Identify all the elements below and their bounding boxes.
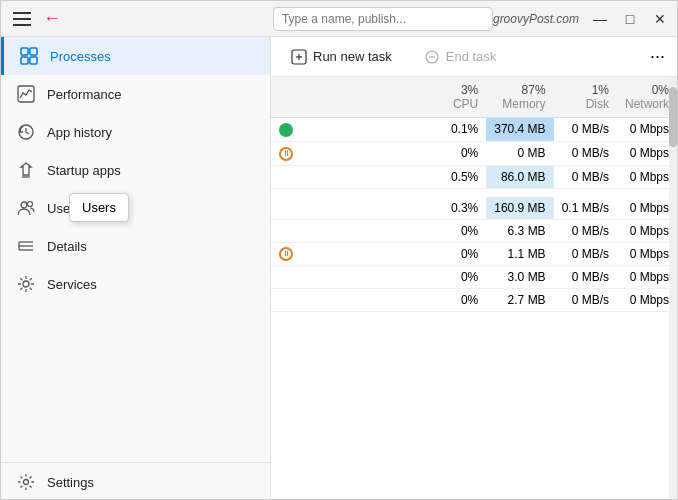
- sidebar-item-performance[interactable]: Performance: [1, 75, 270, 113]
- memory-cell: 1.1 MB: [486, 242, 553, 266]
- disk-cell: 0 MB/s: [554, 118, 617, 142]
- run-new-task-button[interactable]: Run new task: [283, 45, 400, 69]
- disk-cell: 0 MB/s: [554, 141, 617, 165]
- process-name-cell: [271, 165, 443, 188]
- table-row[interactable]: 0% 2.7 MB 0 MB/s 0 Mbps: [271, 289, 677, 312]
- process-name-cell: [271, 289, 443, 312]
- sidebar-item-app-history[interactable]: App history: [1, 113, 270, 151]
- cpu-cell: 0%: [443, 266, 486, 289]
- network-cell: 0 Mbps: [617, 266, 677, 289]
- table-body: 0.1% 370.4 MB 0 MB/s 0 Mbps ⏸ 0% 0 MB 0 …: [271, 118, 677, 312]
- brand-text: groovyPost.com: [493, 12, 579, 26]
- end-task-button[interactable]: End task: [416, 45, 505, 69]
- table-row[interactable]: 0% 6.3 MB 0 MB/s 0 Mbps: [271, 219, 677, 242]
- cpu-percent: 3%: [451, 83, 478, 97]
- services-icon: [17, 275, 35, 293]
- processes-table: 3% CPU 87% Memory 1% Disk 0%: [271, 77, 677, 312]
- app-history-label: App history: [47, 125, 112, 140]
- sidebar-item-processes[interactable]: Processes: [1, 37, 270, 75]
- network-column-header[interactable]: 0% Network: [617, 77, 677, 118]
- disk-cell: 0 MB/s: [554, 289, 617, 312]
- toolbar: Run new task End task ···: [271, 37, 677, 77]
- network-cell: 0 Mbps: [617, 219, 677, 242]
- title-bar-center: [273, 7, 493, 31]
- title-bar: ← groovyPost.com — □ ✕: [1, 1, 677, 37]
- cpu-cell: 0.3%: [443, 197, 486, 220]
- end-task-label: End task: [446, 49, 497, 64]
- table-row[interactable]: [271, 188, 677, 197]
- sidebar-item-settings[interactable]: Settings: [1, 462, 270, 500]
- users-icon: [17, 199, 35, 217]
- run-new-task-label: Run new task: [313, 49, 392, 64]
- processes-table-wrapper[interactable]: 3% CPU 87% Memory 1% Disk 0%: [271, 77, 677, 500]
- table-row[interactable]: ⏸ 0% 1.1 MB 0 MB/s 0 Mbps: [271, 242, 677, 266]
- processes-label: Processes: [50, 49, 111, 64]
- disk-column-header[interactable]: 1% Disk: [554, 77, 617, 118]
- main-layout: Processes Performance App history: [1, 37, 677, 500]
- startup-apps-icon: [17, 161, 35, 179]
- network-percent: 0%: [625, 83, 669, 97]
- svg-point-8: [28, 202, 33, 207]
- table-row[interactable]: ⏸ 0% 0 MB 0 MB/s 0 Mbps: [271, 141, 677, 165]
- arrow-icon: ←: [43, 8, 61, 29]
- disk-percent: 1%: [562, 83, 609, 97]
- svg-rect-0: [21, 48, 28, 55]
- app-history-icon: [17, 123, 35, 141]
- sidebar-item-users[interactable]: Users Users: [1, 189, 270, 227]
- network-label: Network: [625, 97, 669, 111]
- memory-label: Memory: [494, 97, 545, 111]
- table-row[interactable]: 0.3% 160.9 MB 0.1 MB/s 0 Mbps: [271, 197, 677, 220]
- svg-point-14: [24, 480, 29, 485]
- search-input[interactable]: [273, 7, 493, 31]
- scrollbar-thumb[interactable]: [669, 87, 677, 147]
- disk-cell: 0 MB/s: [554, 219, 617, 242]
- svg-point-13: [23, 281, 29, 287]
- minimize-button[interactable]: —: [591, 11, 609, 27]
- table-header-row: 3% CPU 87% Memory 1% Disk 0%: [271, 77, 677, 118]
- network-cell: 0 Mbps: [617, 141, 677, 165]
- more-options-button[interactable]: ···: [650, 46, 665, 67]
- cpu-cell: 0.5%: [443, 165, 486, 188]
- table-row[interactable]: 0.5% 86.0 MB 0 MB/s 0 Mbps: [271, 165, 677, 188]
- cpu-cell: 0.1%: [443, 118, 486, 142]
- process-name-cell: [271, 219, 443, 242]
- cpu-cell: 0%: [443, 242, 486, 266]
- name-column-header: [271, 77, 443, 118]
- disk-cell: 0 MB/s: [554, 165, 617, 188]
- memory-cell: 6.3 MB: [486, 219, 553, 242]
- table-row[interactable]: 0.1% 370.4 MB 0 MB/s 0 Mbps: [271, 118, 677, 142]
- status-pause-icon: ⏸: [279, 247, 293, 261]
- sidebar-item-startup-apps[interactable]: Startup apps: [1, 151, 270, 189]
- process-name-cell: ⏸: [271, 242, 443, 266]
- cpu-column-header[interactable]: 3% CPU: [443, 77, 486, 118]
- services-label: Services: [47, 277, 97, 292]
- sidebar-item-services[interactable]: Services: [1, 265, 270, 303]
- memory-column-header[interactable]: 87% Memory: [486, 77, 553, 118]
- disk-cell: 0 MB/s: [554, 266, 617, 289]
- disk-cell: 0.1 MB/s: [554, 197, 617, 220]
- cpu-cell: 0%: [443, 219, 486, 242]
- svg-rect-1: [30, 48, 37, 55]
- memory-cell: 370.4 MB: [486, 118, 553, 142]
- process-name-cell: [271, 118, 443, 142]
- close-button[interactable]: ✕: [651, 11, 669, 27]
- table-row[interactable]: 0% 3.0 MB 0 MB/s 0 Mbps: [271, 266, 677, 289]
- svg-point-7: [21, 202, 27, 208]
- memory-cell: 86.0 MB: [486, 165, 553, 188]
- memory-cell: 2.7 MB: [486, 289, 553, 312]
- network-cell: 0 Mbps: [617, 197, 677, 220]
- network-cell: 0 Mbps: [617, 165, 677, 188]
- sidebar-item-details[interactable]: Details: [1, 227, 270, 265]
- cpu-cell: 0%: [443, 141, 486, 165]
- scrollbar-track[interactable]: [669, 77, 677, 500]
- network-cell: 0 Mbps: [617, 118, 677, 142]
- memory-cell: 160.9 MB: [486, 197, 553, 220]
- startup-apps-label: Startup apps: [47, 163, 121, 178]
- network-cell: 0 Mbps: [617, 289, 677, 312]
- hamburger-icon[interactable]: [9, 8, 35, 30]
- maximize-button[interactable]: □: [621, 11, 639, 27]
- details-label: Details: [47, 239, 87, 254]
- svg-rect-3: [30, 57, 37, 64]
- content-area: Run new task End task ··· 3%: [271, 37, 677, 500]
- disk-cell: 0 MB/s: [554, 242, 617, 266]
